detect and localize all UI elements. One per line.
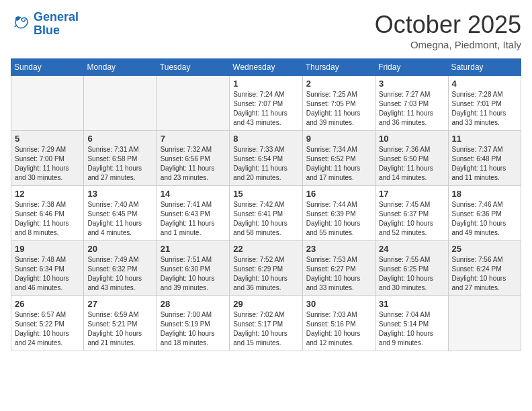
calendar-cell [84,76,157,131]
day-header-tuesday: Tuesday [157,59,229,76]
day-number: 21 [161,244,226,254]
calendar-cell: 28Sunrise: 7:00 AM Sunset: 5:19 PM Dayli… [157,296,229,351]
calendar-cell: 16Sunrise: 7:44 AM Sunset: 6:39 PM Dayli… [302,186,375,241]
calendar-cell: 23Sunrise: 7:53 AM Sunset: 6:27 PM Dayli… [302,241,375,296]
day-header-sunday: Sunday [11,59,84,76]
calendar-cell: 1Sunrise: 7:24 AM Sunset: 7:07 PM Daylig… [230,76,302,131]
calendar-cell: 11Sunrise: 7:37 AM Sunset: 6:48 PM Dayli… [448,131,521,186]
calendar-cell: 21Sunrise: 7:51 AM Sunset: 6:30 PM Dayli… [157,241,229,296]
calendar-cell: 31Sunrise: 7:04 AM Sunset: 5:14 PM Dayli… [375,296,448,351]
day-info: Sunrise: 7:36 AM Sunset: 6:50 PM Dayligh… [379,145,444,183]
calendar-week-1: 1Sunrise: 7:24 AM Sunset: 7:07 PM Daylig… [11,76,521,131]
day-number: 25 [452,244,517,254]
calendar-cell [11,76,84,131]
day-info: Sunrise: 7:48 AM Sunset: 6:34 PM Dayligh… [15,255,80,293]
calendar-cell: 6Sunrise: 7:31 AM Sunset: 6:58 PM Daylig… [84,131,157,186]
day-number: 17 [379,189,444,199]
day-info: Sunrise: 7:38 AM Sunset: 6:46 PM Dayligh… [15,200,80,238]
day-info: Sunrise: 7:42 AM Sunset: 6:41 PM Dayligh… [233,200,298,238]
calendar-cell: 9Sunrise: 7:34 AM Sunset: 6:52 PM Daylig… [302,131,375,186]
day-info: Sunrise: 7:56 AM Sunset: 6:24 PM Dayligh… [452,255,517,293]
day-info: Sunrise: 7:41 AM Sunset: 6:43 PM Dayligh… [161,200,226,238]
day-info: Sunrise: 7:37 AM Sunset: 6:48 PM Dayligh… [452,145,517,183]
day-info: Sunrise: 7:25 AM Sunset: 7:05 PM Dayligh… [306,90,371,128]
day-number: 8 [233,134,298,144]
day-number: 9 [306,134,371,144]
calendar-cell: 15Sunrise: 7:42 AM Sunset: 6:41 PM Dayli… [230,186,302,241]
calendar-cell: 25Sunrise: 7:56 AM Sunset: 6:24 PM Dayli… [448,241,521,296]
day-number: 12 [15,189,80,199]
day-number: 30 [306,299,371,309]
calendar-cell: 22Sunrise: 7:52 AM Sunset: 6:29 PM Dayli… [230,241,302,296]
calendar-week-3: 12Sunrise: 7:38 AM Sunset: 6:46 PM Dayli… [11,186,521,241]
day-info: Sunrise: 6:57 AM Sunset: 5:22 PM Dayligh… [15,310,80,348]
day-header-monday: Monday [84,59,157,76]
day-header-saturday: Saturday [448,59,521,76]
day-number: 23 [306,244,371,254]
calendar-week-5: 26Sunrise: 6:57 AM Sunset: 5:22 PM Dayli… [11,296,521,351]
day-number: 28 [161,299,226,309]
day-info: Sunrise: 7:40 AM Sunset: 6:45 PM Dayligh… [87,200,152,238]
day-number: 20 [87,244,152,254]
month-title: October 2025 [375,11,521,39]
calendar-cell: 26Sunrise: 6:57 AM Sunset: 5:22 PM Dayli… [11,296,84,351]
day-number: 29 [233,299,298,309]
calendar-cell: 29Sunrise: 7:02 AM Sunset: 5:17 PM Dayli… [230,296,302,351]
calendar-cell: 20Sunrise: 7:49 AM Sunset: 6:32 PM Dayli… [84,241,157,296]
calendar-cell [448,296,521,351]
day-number: 13 [87,189,152,199]
day-info: Sunrise: 7:55 AM Sunset: 6:25 PM Dayligh… [379,255,444,293]
day-header-friday: Friday [375,59,448,76]
day-header-wednesday: Wednesday [230,59,302,76]
day-number: 11 [452,134,517,144]
day-info: Sunrise: 7:04 AM Sunset: 5:14 PM Dayligh… [379,310,444,348]
day-info: Sunrise: 7:33 AM Sunset: 6:54 PM Dayligh… [233,145,298,183]
day-info: Sunrise: 6:59 AM Sunset: 5:21 PM Dayligh… [87,310,152,348]
calendar-cell: 12Sunrise: 7:38 AM Sunset: 6:46 PM Dayli… [11,186,84,241]
calendar-cell: 10Sunrise: 7:36 AM Sunset: 6:50 PM Dayli… [375,131,448,186]
day-number: 15 [233,189,298,199]
calendar-cell: 24Sunrise: 7:55 AM Sunset: 6:25 PM Dayli… [375,241,448,296]
day-info: Sunrise: 7:28 AM Sunset: 7:01 PM Dayligh… [452,90,517,128]
day-info: Sunrise: 7:46 AM Sunset: 6:36 PM Dayligh… [452,200,517,238]
day-info: Sunrise: 7:51 AM Sunset: 6:30 PM Dayligh… [161,255,226,293]
calendar-cell: 5Sunrise: 7:29 AM Sunset: 7:00 PM Daylig… [11,131,84,186]
day-info: Sunrise: 7:52 AM Sunset: 6:29 PM Dayligh… [233,255,298,293]
day-info: Sunrise: 7:34 AM Sunset: 6:52 PM Dayligh… [306,145,371,183]
calendar-cell: 27Sunrise: 6:59 AM Sunset: 5:21 PM Dayli… [84,296,157,351]
logo: General Blue [11,11,79,38]
calendar-cell: 19Sunrise: 7:48 AM Sunset: 6:34 PM Dayli… [11,241,84,296]
page-header: General Blue October 2025 Omegna, Piedmo… [11,11,521,50]
calendar-table: SundayMondayTuesdayWednesdayThursdayFrid… [11,58,521,351]
calendar-cell: 14Sunrise: 7:41 AM Sunset: 6:43 PM Dayli… [157,186,229,241]
day-number: 19 [15,244,80,254]
day-info: Sunrise: 7:02 AM Sunset: 5:17 PM Dayligh… [233,310,298,348]
location: Omegna, Piedmont, Italy [375,39,521,50]
calendar-cell: 17Sunrise: 7:45 AM Sunset: 6:37 PM Dayli… [375,186,448,241]
day-number: 6 [87,134,152,144]
day-number: 10 [379,134,444,144]
day-number: 2 [306,79,371,89]
day-number: 24 [379,244,444,254]
day-number: 7 [161,134,226,144]
day-number: 31 [379,299,444,309]
day-number: 26 [15,299,80,309]
day-info: Sunrise: 7:24 AM Sunset: 7:07 PM Dayligh… [233,90,298,128]
calendar-cell: 18Sunrise: 7:46 AM Sunset: 6:36 PM Dayli… [448,186,521,241]
logo-icon [11,14,31,34]
day-number: 27 [87,299,152,309]
day-info: Sunrise: 7:31 AM Sunset: 6:58 PM Dayligh… [87,145,152,183]
calendar-cell: 3Sunrise: 7:27 AM Sunset: 7:03 PM Daylig… [375,76,448,131]
day-number: 5 [15,134,80,144]
day-info: Sunrise: 7:03 AM Sunset: 5:16 PM Dayligh… [306,310,371,348]
day-info: Sunrise: 7:29 AM Sunset: 7:00 PM Dayligh… [15,145,80,183]
calendar-cell [157,76,229,131]
day-number: 18 [452,189,517,199]
calendar-week-2: 5Sunrise: 7:29 AM Sunset: 7:00 PM Daylig… [11,131,521,186]
day-info: Sunrise: 7:44 AM Sunset: 6:39 PM Dayligh… [306,200,371,238]
calendar-header-row: SundayMondayTuesdayWednesdayThursdayFrid… [11,59,521,76]
day-info: Sunrise: 7:49 AM Sunset: 6:32 PM Dayligh… [87,255,152,293]
day-number: 16 [306,189,371,199]
day-number: 4 [452,79,517,89]
calendar-week-4: 19Sunrise: 7:48 AM Sunset: 6:34 PM Dayli… [11,241,521,296]
